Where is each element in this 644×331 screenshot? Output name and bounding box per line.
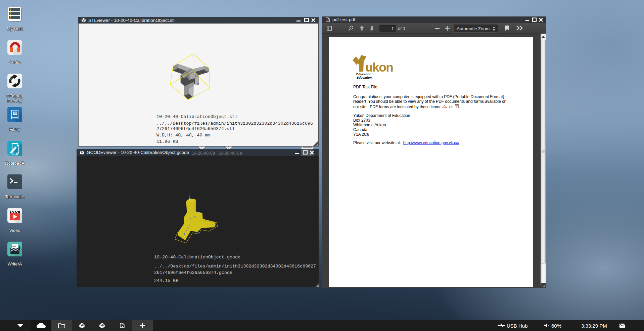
svg-text:ukon: ukon (365, 60, 393, 73)
